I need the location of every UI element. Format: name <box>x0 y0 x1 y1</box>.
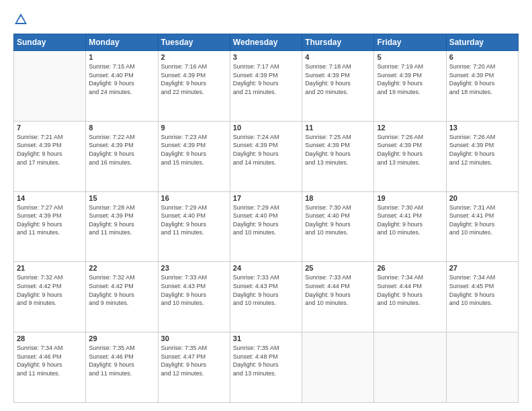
calendar-cell: 16Sunrise: 7:29 AM Sunset: 4:40 PM Dayli… <box>158 191 230 262</box>
calendar-week-1: 7Sunrise: 7:21 AM Sunset: 4:39 PM Daylig… <box>14 121 519 191</box>
calendar-cell: 29Sunrise: 7:35 AM Sunset: 4:46 PM Dayli… <box>86 332 158 403</box>
calendar-cell: 12Sunrise: 7:26 AM Sunset: 4:39 PM Dayli… <box>374 121 446 191</box>
day-info: Sunrise: 7:17 AM Sunset: 4:39 PM Dayligh… <box>233 62 299 96</box>
calendar-cell: 3Sunrise: 7:17 AM Sunset: 4:39 PM Daylig… <box>230 51 302 122</box>
day-info: Sunrise: 7:27 AM Sunset: 4:39 PM Dayligh… <box>17 203 83 237</box>
day-number: 9 <box>161 124 227 132</box>
day-header-wednesday: Wednesday <box>230 34 302 51</box>
page: SundayMondayTuesdayWednesdayThursdayFrid… <box>0 0 532 411</box>
day-info: Sunrise: 7:31 AM Sunset: 4:41 PM Dayligh… <box>449 203 515 237</box>
calendar-cell: 22Sunrise: 7:32 AM Sunset: 4:42 PM Dayli… <box>86 262 158 332</box>
day-info: Sunrise: 7:25 AM Sunset: 4:39 PM Dayligh… <box>305 133 371 167</box>
day-info: Sunrise: 7:19 AM Sunset: 4:39 PM Dayligh… <box>377 62 443 96</box>
day-number: 27 <box>449 264 515 272</box>
day-info: Sunrise: 7:35 AM Sunset: 4:48 PM Dayligh… <box>233 344 299 377</box>
day-info: Sunrise: 7:34 AM Sunset: 4:44 PM Dayligh… <box>377 273 443 307</box>
calendar-cell: 7Sunrise: 7:21 AM Sunset: 4:39 PM Daylig… <box>14 121 86 191</box>
day-number: 10 <box>233 124 299 132</box>
calendar-cell: 21Sunrise: 7:32 AM Sunset: 4:42 PM Dayli… <box>14 262 86 332</box>
calendar-cell: 2Sunrise: 7:16 AM Sunset: 4:39 PM Daylig… <box>158 51 230 122</box>
day-number: 2 <box>161 53 227 61</box>
day-info: Sunrise: 7:33 AM Sunset: 4:43 PM Dayligh… <box>161 273 227 307</box>
day-number: 20 <box>449 194 515 202</box>
day-number: 23 <box>161 264 227 272</box>
calendar-week-0: 1Sunrise: 7:15 AM Sunset: 4:40 PM Daylig… <box>14 51 519 122</box>
calendar-cell: 8Sunrise: 7:22 AM Sunset: 4:39 PM Daylig… <box>86 121 158 191</box>
day-info: Sunrise: 7:29 AM Sunset: 4:40 PM Dayligh… <box>233 203 299 237</box>
day-info: Sunrise: 7:20 AM Sunset: 4:39 PM Dayligh… <box>449 62 515 96</box>
day-number: 21 <box>17 264 83 272</box>
header <box>13 12 519 27</box>
day-info: Sunrise: 7:15 AM Sunset: 4:40 PM Dayligh… <box>89 62 154 96</box>
day-number: 5 <box>377 53 443 61</box>
calendar-cell: 17Sunrise: 7:29 AM Sunset: 4:40 PM Dayli… <box>230 191 302 262</box>
day-info: Sunrise: 7:26 AM Sunset: 4:39 PM Dayligh… <box>449 133 515 167</box>
day-header-friday: Friday <box>374 34 446 51</box>
day-number: 3 <box>233 53 299 61</box>
day-number: 28 <box>17 334 83 342</box>
day-header-saturday: Saturday <box>446 34 518 51</box>
calendar-cell: 26Sunrise: 7:34 AM Sunset: 4:44 PM Dayli… <box>374 262 446 332</box>
day-info: Sunrise: 7:21 AM Sunset: 4:39 PM Dayligh… <box>17 133 83 167</box>
day-info: Sunrise: 7:30 AM Sunset: 4:41 PM Dayligh… <box>377 203 443 237</box>
calendar-cell: 14Sunrise: 7:27 AM Sunset: 4:39 PM Dayli… <box>14 191 86 262</box>
day-number: 12 <box>377 124 443 132</box>
day-number: 30 <box>161 334 227 342</box>
calendar-cell: 11Sunrise: 7:25 AM Sunset: 4:39 PM Dayli… <box>302 121 374 191</box>
calendar-cell: 28Sunrise: 7:34 AM Sunset: 4:46 PM Dayli… <box>14 332 86 403</box>
calendar-cell: 31Sunrise: 7:35 AM Sunset: 4:48 PM Dayli… <box>230 332 302 403</box>
logo <box>13 12 30 27</box>
day-info: Sunrise: 7:16 AM Sunset: 4:39 PM Dayligh… <box>161 62 227 96</box>
day-info: Sunrise: 7:33 AM Sunset: 4:43 PM Dayligh… <box>233 273 299 307</box>
calendar-cell: 30Sunrise: 7:35 AM Sunset: 4:47 PM Dayli… <box>158 332 230 403</box>
calendar-week-4: 28Sunrise: 7:34 AM Sunset: 4:46 PM Dayli… <box>14 332 519 403</box>
day-number: 14 <box>17 194 83 202</box>
day-header-sunday: Sunday <box>14 34 86 51</box>
day-info: Sunrise: 7:35 AM Sunset: 4:46 PM Dayligh… <box>89 344 154 377</box>
day-number: 1 <box>89 53 154 61</box>
calendar-cell: 4Sunrise: 7:18 AM Sunset: 4:39 PM Daylig… <box>302 51 374 122</box>
calendar-cell: 9Sunrise: 7:23 AM Sunset: 4:39 PM Daylig… <box>158 121 230 191</box>
day-info: Sunrise: 7:32 AM Sunset: 4:42 PM Dayligh… <box>17 273 83 307</box>
day-info: Sunrise: 7:18 AM Sunset: 4:39 PM Dayligh… <box>305 62 371 96</box>
day-number: 11 <box>305 124 371 132</box>
day-number: 8 <box>89 124 154 132</box>
calendar-cell <box>14 51 86 122</box>
day-header-thursday: Thursday <box>302 34 374 51</box>
calendar-cell: 6Sunrise: 7:20 AM Sunset: 4:39 PM Daylig… <box>446 51 518 122</box>
day-number: 19 <box>377 194 443 202</box>
day-number: 17 <box>233 194 299 202</box>
day-header-monday: Monday <box>86 34 158 51</box>
logo-icon <box>13 12 28 27</box>
day-number: 26 <box>377 264 443 272</box>
day-info: Sunrise: 7:34 AM Sunset: 4:46 PM Dayligh… <box>17 344 83 377</box>
day-number: 4 <box>305 53 371 61</box>
day-number: 25 <box>305 264 371 272</box>
calendar-cell: 1Sunrise: 7:15 AM Sunset: 4:40 PM Daylig… <box>86 51 158 122</box>
day-number: 24 <box>233 264 299 272</box>
day-header-tuesday: Tuesday <box>158 34 230 51</box>
day-info: Sunrise: 7:34 AM Sunset: 4:45 PM Dayligh… <box>449 273 515 307</box>
calendar-week-3: 21Sunrise: 7:32 AM Sunset: 4:42 PM Dayli… <box>14 262 519 332</box>
calendar-cell: 18Sunrise: 7:30 AM Sunset: 4:40 PM Dayli… <box>302 191 374 262</box>
calendar-cell: 10Sunrise: 7:24 AM Sunset: 4:39 PM Dayli… <box>230 121 302 191</box>
calendar-header-row: SundayMondayTuesdayWednesdayThursdayFrid… <box>14 34 519 51</box>
day-info: Sunrise: 7:33 AM Sunset: 4:44 PM Dayligh… <box>305 273 371 307</box>
day-info: Sunrise: 7:26 AM Sunset: 4:39 PM Dayligh… <box>377 133 443 167</box>
day-number: 6 <box>449 53 515 61</box>
calendar-cell: 23Sunrise: 7:33 AM Sunset: 4:43 PM Dayli… <box>158 262 230 332</box>
calendar-cell: 24Sunrise: 7:33 AM Sunset: 4:43 PM Dayli… <box>230 262 302 332</box>
calendar-cell: 15Sunrise: 7:28 AM Sunset: 4:39 PM Dayli… <box>86 191 158 262</box>
day-info: Sunrise: 7:24 AM Sunset: 4:39 PM Dayligh… <box>233 133 299 167</box>
day-info: Sunrise: 7:30 AM Sunset: 4:40 PM Dayligh… <box>305 203 371 237</box>
calendar-cell: 20Sunrise: 7:31 AM Sunset: 4:41 PM Dayli… <box>446 191 518 262</box>
calendar-cell <box>446 332 518 403</box>
day-info: Sunrise: 7:35 AM Sunset: 4:47 PM Dayligh… <box>161 344 227 377</box>
day-info: Sunrise: 7:28 AM Sunset: 4:39 PM Dayligh… <box>89 203 154 237</box>
day-number: 7 <box>17 124 83 132</box>
calendar-cell: 25Sunrise: 7:33 AM Sunset: 4:44 PM Dayli… <box>302 262 374 332</box>
day-number: 31 <box>233 334 299 342</box>
day-number: 16 <box>161 194 227 202</box>
day-number: 29 <box>89 334 154 342</box>
calendar-week-2: 14Sunrise: 7:27 AM Sunset: 4:39 PM Dayli… <box>14 191 519 262</box>
